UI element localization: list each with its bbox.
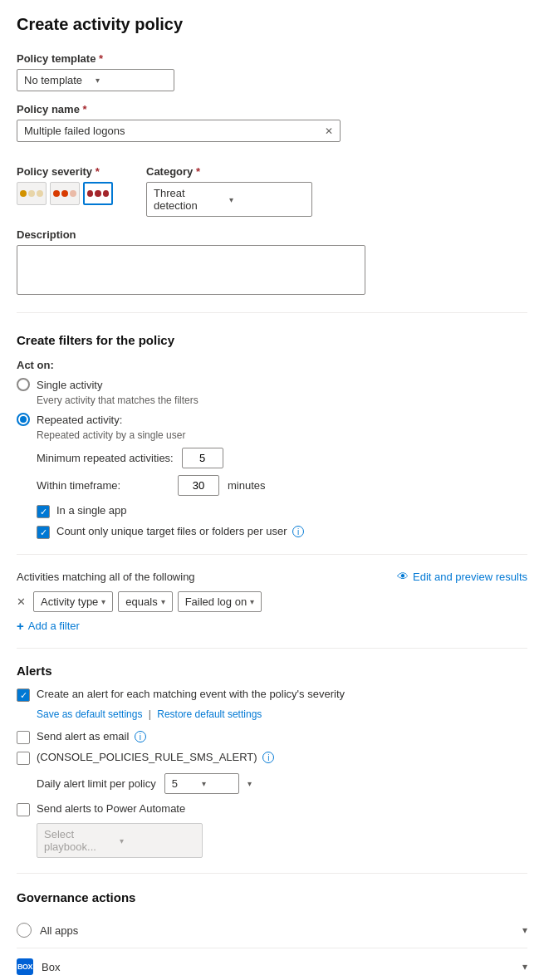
send-email-checkbox[interactable]: [17, 731, 30, 744]
min-repeated-input[interactable]: [182, 448, 223, 468]
add-filter-button[interactable]: + Add a filter: [17, 619, 527, 633]
alert-links: Save as default settings | Restore defau…: [37, 708, 527, 720]
sms-checkbox-row[interactable]: (CONSOLE_POLICIES_RULE_SMS_ALERT) i: [17, 751, 527, 765]
severity-low-button[interactable]: [17, 182, 47, 205]
filter-header: Activities matching all of the following…: [17, 570, 527, 583]
severity-buttons: [17, 182, 113, 205]
policy-template-dropdown[interactable]: No template ▾: [17, 69, 174, 91]
activity-type-chevron-icon: ▾: [101, 597, 105, 606]
unique-target-checkbox[interactable]: ✓: [37, 526, 50, 539]
daily-chevron-icon2: ▾: [247, 779, 252, 788]
severity-high-button[interactable]: [83, 182, 113, 205]
playbook-dropdown[interactable]: Select playbook... ▾: [37, 823, 203, 858]
act-on-label: Act on:: [17, 359, 527, 371]
policy-template-label: Policy template *: [17, 52, 527, 65]
power-automate-checkbox[interactable]: [17, 803, 30, 816]
playbook-chevron-icon: ▾: [120, 836, 195, 845]
equals-label: equals: [125, 595, 157, 608]
filters-section-title: Create filters for the policy: [17, 333, 527, 347]
failed-logon-filter[interactable]: Failed log on ▾: [178, 591, 262, 612]
all-apps-icon: [17, 923, 32, 938]
med-dot: [53, 190, 60, 197]
daily-alert-label: Daily alert limit per policy: [37, 777, 156, 790]
sms-info-icon[interactable]: i: [262, 752, 274, 763]
governance-title: Governance actions: [17, 890, 527, 904]
low-dot: [20, 190, 27, 197]
equals-chevron-icon: ▾: [161, 597, 165, 606]
high-dot3: [103, 190, 109, 197]
daily-alert-row: Daily alert limit per policy 5 ▾ ▾: [37, 773, 527, 794]
repeated-activity-radio-circle: [17, 413, 30, 426]
box-chevron-icon: ▾: [522, 961, 527, 973]
sms-checkbox[interactable]: [17, 752, 30, 765]
daily-limit-dropdown[interactable]: 5 ▾: [164, 773, 239, 794]
filter-row: ✕ Activity type ▾ equals ▾ Failed log on…: [17, 591, 527, 612]
high-dot: [87, 190, 93, 197]
description-textarea[interactable]: [17, 245, 365, 295]
alerts-title: Alerts: [17, 664, 527, 678]
clear-icon[interactable]: ✕: [325, 125, 333, 137]
single-app-checkbox[interactable]: ✓: [37, 505, 50, 518]
power-automate-label: Send alerts to Power Automate: [37, 802, 185, 815]
all-apps-chevron-icon: ▾: [522, 924, 527, 936]
daily-chevron-icon: ▾: [202, 779, 232, 788]
add-filter-label: Add a filter: [28, 620, 80, 632]
repeated-activity-radio[interactable]: Repeated activity:: [17, 413, 527, 426]
policy-name-input[interactable]: [24, 125, 325, 137]
edit-preview-button[interactable]: 👁 Edit and preview results: [397, 570, 527, 583]
restore-default-link[interactable]: Restore default settings: [157, 708, 262, 720]
eye-icon: 👁: [397, 570, 409, 583]
single-app-checkbox-row[interactable]: ✓ In a single app: [37, 504, 527, 518]
activities-matching-label: Activities matching all of the following: [17, 571, 195, 583]
save-default-link[interactable]: Save as default settings: [37, 708, 142, 720]
policy-name-label: Policy name *: [17, 103, 527, 115]
policy-name-field[interactable]: ✕: [17, 120, 341, 142]
sms-label: (CONSOLE_POLICIES_RULE_SMS_ALERT) i: [37, 751, 274, 763]
single-activity-desc: Every activity that matches the filters: [37, 394, 527, 406]
box-label: Box: [42, 961, 60, 973]
low-dot2: [28, 190, 35, 197]
single-activity-label: Single activity: [37, 379, 102, 391]
failed-logon-chevron-icon: ▾: [250, 597, 254, 606]
category-dropdown[interactable]: Threat detection ▾: [146, 182, 312, 217]
unique-target-checkbox-row[interactable]: ✓ Count only unique target files or fold…: [37, 525, 527, 539]
send-email-label: Send alert as email i: [37, 730, 146, 742]
single-activity-radio-circle: [17, 378, 30, 391]
box-icon: BOX: [17, 958, 33, 975]
activity-type-label: Activity type: [41, 595, 98, 608]
unique-target-label: Count only unique target files or folder…: [56, 525, 287, 537]
send-email-checkbox-row[interactable]: Send alert as email i: [17, 730, 527, 744]
edit-preview-label: Edit and preview results: [413, 571, 527, 583]
main-alert-label: Create an alert for each matching event …: [37, 688, 345, 700]
high-dot2: [95, 190, 100, 197]
email-info-icon[interactable]: i: [135, 731, 146, 742]
main-alert-checkbox-row[interactable]: ✓ Create an alert for each matching even…: [17, 688, 527, 702]
plus-icon: +: [17, 619, 24, 633]
low-dot3: [37, 190, 43, 197]
minutes-label: minutes: [228, 479, 266, 492]
all-apps-label: All apps: [40, 924, 78, 937]
main-alert-checkbox[interactable]: ✓: [17, 688, 30, 702]
chevron-down-icon: ▾: [96, 76, 167, 85]
repeated-activity-desc: Repeated activity by a single user: [37, 429, 527, 441]
page-title: Create activity policy: [17, 15, 527, 34]
power-automate-checkbox-row[interactable]: Send alerts to Power Automate: [17, 802, 527, 816]
single-app-label: In a single app: [56, 504, 127, 517]
within-timeframe-input[interactable]: [178, 475, 219, 496]
gov-row-box[interactable]: BOX Box ▾: [17, 948, 527, 980]
severity-medium-button[interactable]: [50, 182, 80, 205]
playbook-placeholder: Select playbook...: [44, 828, 120, 853]
category-label: Category *: [146, 165, 312, 178]
equals-filter[interactable]: equals ▾: [118, 591, 172, 612]
activity-type-filter[interactable]: Activity type ▾: [33, 591, 113, 612]
filter-remove-icon[interactable]: ✕: [17, 595, 28, 608]
med-dot2: [61, 190, 68, 197]
failed-logon-label: Failed log on: [185, 595, 247, 608]
single-activity-radio[interactable]: Single activity: [17, 378, 527, 391]
unique-target-info-icon[interactable]: i: [292, 526, 304, 537]
min-repeated-label: Minimum repeated activities:: [37, 452, 174, 464]
med-dot3: [70, 190, 76, 197]
gov-row-all-apps[interactable]: All apps ▾: [17, 913, 527, 948]
within-timeframe-label: Within timeframe:: [37, 479, 169, 492]
repeated-activity-label: Repeated activity:: [37, 414, 122, 426]
